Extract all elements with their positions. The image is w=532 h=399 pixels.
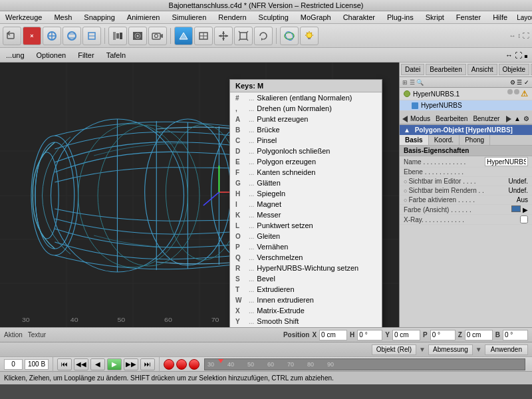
menu-mograph[interactable]: MoGraph [298, 13, 334, 22]
abmessung-dropdown[interactable]: Abmessung [428, 344, 473, 355]
playback-play[interactable]: ▶ [107, 358, 122, 370]
ctx-item-h[interactable]: H...Spiegeln [230, 188, 382, 199]
timeline-area[interactable]: 30 40 50 60 70 80 90 [204, 358, 525, 370]
props-input-name[interactable] [485, 157, 528, 166]
tool-mode1[interactable]: × [23, 27, 41, 45]
mode-benutzer[interactable]: Benutzer [473, 115, 499, 122]
props-tab-koord[interactable]: Koord. [429, 135, 460, 145]
ctx-item-w[interactable]: W...Innen extrudieren [230, 295, 382, 305]
mode-bearbeiten[interactable]: Bearbeiten [436, 115, 467, 122]
rpanel-tab-objekte[interactable]: Objekte [499, 64, 529, 75]
ctx-item-a[interactable]: A...Punkt erzeugen [230, 114, 382, 124]
rpanel-tab-bearbeiten[interactable]: Bearbeiten [426, 64, 466, 75]
ctx-item-z[interactable]: Z...Verschieben (entlang Normalen) [230, 327, 382, 327]
tool-render[interactable] [128, 27, 147, 45]
frame-rate-input[interactable] [25, 359, 49, 370]
rpanel-tab-datei[interactable]: Datei [401, 64, 424, 75]
x-coord-input[interactable] [319, 330, 347, 340]
tool-mode4[interactable] [82, 27, 101, 45]
menu-werkzeuge[interactable]: Werkzeuge [3, 13, 45, 22]
obj-dot-1[interactable] [507, 89, 513, 94]
tool-poly2[interactable] [194, 27, 213, 45]
tool-anim[interactable] [108, 27, 127, 45]
mode-settings-icon[interactable]: ⚙ [523, 115, 529, 122]
ctx-item-t[interactable]: T...Extrudieren [230, 284, 382, 295]
anwenden-button[interactable]: Anwenden [485, 344, 528, 355]
props-tab-basis[interactable]: Basis [400, 135, 429, 145]
ctx-item-o[interactable]: O...Gleiten [230, 231, 382, 241]
ctx-item-g[interactable]: G...Glätten [230, 178, 382, 188]
rpanel-tab-ansicht[interactable]: Ansicht [467, 64, 497, 75]
props-tab-phong[interactable]: Phong [460, 135, 490, 145]
record-btn-1[interactable] [164, 359, 174, 370]
tool-scale[interactable] [234, 27, 253, 45]
ctx-item-x[interactable]: X...Matrix-Extrude [230, 305, 382, 316]
menu-simulieren[interactable]: Simulieren [169, 13, 209, 22]
sec-menu-ung[interactable]: ...ung [4, 51, 27, 60]
color-swatch[interactable] [511, 205, 521, 212]
tool-mode3[interactable] [63, 27, 81, 45]
mode-up-icon[interactable]: ▲ [514, 115, 521, 122]
p-coord-input[interactable] [430, 330, 456, 340]
record-btn-3[interactable] [189, 359, 200, 370]
ctx-item-e[interactable]: E...Polygon erzeugen [230, 156, 382, 167]
object-row-hyper2[interactable]: HyperNURBS [400, 100, 532, 111]
mode-arrow-right[interactable] [506, 116, 511, 122]
ctx-item-y[interactable]: Y...Smooth Shift [230, 316, 382, 327]
tool-poly1[interactable] [174, 27, 193, 45]
ctx-item-i[interactable]: I...Magnet [230, 199, 382, 209]
ctx-item-q[interactable]: Q...Verschmelzen [230, 252, 382, 263]
tool-move[interactable] [214, 27, 233, 45]
z-coord-input[interactable] [465, 330, 493, 340]
ctx-item-s[interactable]: S...Bevel [230, 273, 382, 284]
sec-menu-filter[interactable]: Filter [76, 51, 96, 60]
tool-object-mode[interactable] [280, 27, 299, 45]
ctx-item-,[interactable]: ,...Drehen (um Normalen) [230, 103, 382, 114]
objekt-rel-dropdown[interactable]: Objekt (Rel) [372, 344, 416, 355]
playback-start[interactable]: ⏮ [57, 358, 72, 370]
menu-snapping[interactable]: Snapping [81, 13, 118, 22]
props-label-sichtbar-ed: Sichtbar im Editor . . . . [408, 178, 508, 185]
obj-dot-2[interactable] [514, 89, 519, 94]
tool-camera[interactable] [148, 27, 167, 45]
menu-charakter[interactable]: Charakter [340, 13, 378, 22]
ctx-item-l[interactable]: L...Punktwert setzen [230, 220, 382, 231]
ctx-item-#[interactable]: #...Skalieren (entlang Normalen) [230, 92, 382, 103]
ctx-item-d[interactable]: D...Polygonloch schließen [230, 146, 382, 156]
ctx-item-b[interactable]: B...Brücke [230, 124, 382, 135]
menu-animieren[interactable]: Animieren [124, 13, 163, 22]
menu-mesh[interactable]: Mesh [51, 13, 74, 22]
viewport[interactable]: 30 40 50 60 70 80 90 [0, 63, 399, 327]
menu-hilfe[interactable]: Hilfe [490, 13, 510, 22]
tool-undo[interactable] [3, 27, 21, 45]
playback-end[interactable]: ⏭ [140, 358, 155, 370]
ctx-item-f[interactable]: F...Kanten schneiden [230, 167, 382, 178]
current-frame-input[interactable] [4, 359, 23, 370]
ctx-item-p[interactable]: P...Vernähen [230, 241, 382, 252]
ctx-item-r[interactable]: R...HyperNURBS-Wichtung setzen [230, 263, 382, 273]
record-btn-2[interactable] [176, 359, 187, 370]
menu-sculpting[interactable]: Sculpting [256, 13, 291, 22]
menu-rendern[interactable]: Rendern [215, 13, 249, 22]
radio-icon-3: ○ [404, 197, 407, 203]
ctx-item-k[interactable]: K...Messer [230, 209, 382, 220]
h-coord-input[interactable] [357, 330, 382, 340]
mode-modus[interactable]: Modus [410, 115, 430, 122]
y-coord-input[interactable] [392, 330, 420, 340]
sec-menu-optionen[interactable]: Optionen [35, 51, 68, 60]
object-row-hyper1[interactable]: HyperNURBS.1 ⚠ [400, 88, 532, 100]
sec-menu-tafeln[interactable]: Tafeln [104, 51, 128, 60]
tool-rotate[interactable] [254, 27, 273, 45]
playback-prev[interactable]: ◀ [90, 358, 105, 370]
menu-fenster[interactable]: Fenster [454, 13, 483, 22]
b-coord-input[interactable] [503, 330, 528, 340]
ctx-item-c[interactable]: C...Pinsel [230, 135, 382, 146]
mode-arrow-left[interactable] [402, 116, 408, 122]
tool-mode2[interactable] [43, 27, 61, 45]
menu-plugins[interactable]: Plug-ins [384, 13, 416, 22]
playback-prev-prev[interactable]: ◀◀ [74, 358, 88, 370]
tool-bulb[interactable] [300, 27, 319, 45]
props-checkbox-xray[interactable] [520, 215, 528, 223]
menu-skript[interactable]: Skript [423, 13, 447, 22]
playback-next[interactable]: ▶▶ [124, 358, 138, 370]
